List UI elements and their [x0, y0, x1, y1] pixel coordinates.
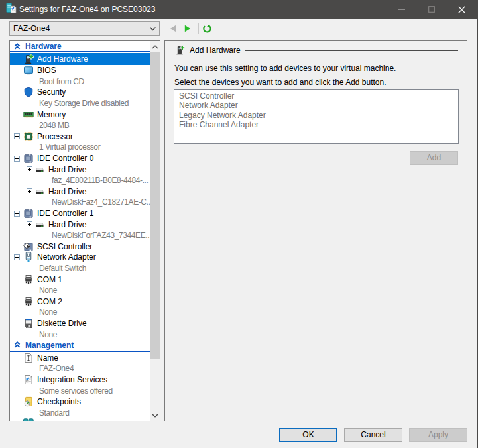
- content-description-1: You can use this setting to add devices …: [174, 64, 396, 73]
- tree-item-network-adapter[interactable]: Network Adapter: [10, 252, 150, 263]
- tree-item-ide-controller-1[interactable]: IDE Controller 1: [10, 208, 150, 219]
- settings-content-panel: Add Hardware You can use this setting to…: [164, 40, 467, 421]
- scroll-up-icon: [152, 45, 158, 49]
- minimize-button[interactable]: [387, 0, 416, 19]
- tree-item-diskette-drive[interactable]: Diskette Drive: [10, 318, 150, 329]
- header-rule: [245, 50, 458, 51]
- expander-minus-icon[interactable]: [14, 211, 20, 217]
- tree-item-name[interactable]: Name: [10, 352, 150, 363]
- expander-plus-icon[interactable]: [27, 221, 32, 227]
- tree-item-sublabel: NewDiskForFAZ43_7344EE...: [10, 230, 150, 241]
- tree-item-ide-controller-0[interactable]: IDE Controller 0: [10, 153, 150, 164]
- tree-item-bios[interactable]: BIOS: [10, 65, 150, 76]
- expander-minus-icon[interactable]: [14, 156, 20, 162]
- tree-scrollbar[interactable]: [150, 41, 160, 421]
- maximize-button[interactable]: [416, 0, 446, 19]
- settings-nav-panel: HardwareAdd HardwareBIOSBoot from CDSecu…: [9, 40, 160, 421]
- tree-item-label: Checkpoints: [37, 397, 81, 406]
- tree-section-hardware[interactable]: Hardware: [10, 41, 150, 52]
- vm-selector-value: FAZ-One4: [10, 24, 50, 33]
- tree-item-label: Name: [37, 353, 58, 363]
- tree-item-memory[interactable]: Memory: [10, 109, 150, 120]
- tree-item-add-hardware[interactable]: Add Hardware: [10, 53, 150, 65]
- scroll-up-button[interactable]: [150, 41, 160, 52]
- smart-paging-icon: [23, 418, 34, 421]
- tree-item-sublabel-text: NewDiskFaz4_C18271AE-C...: [52, 197, 150, 207]
- tree-item-label: Hard Drive: [48, 220, 86, 229]
- device-option-legacy-network-adapter[interactable]: Legacy Network Adapter: [174, 111, 458, 120]
- navigate-back-icon[interactable]: [170, 25, 176, 32]
- tree-item-smart-paging[interactable]: [10, 418, 150, 421]
- tree-item-hard-drive[interactable]: Hard Drive: [10, 164, 150, 175]
- tree-item-label: BIOS: [37, 66, 56, 75]
- tree-item-sublabel: 1 Virtual processor: [10, 142, 150, 153]
- tree-item-scsi-controller[interactable]: SCSI Controller: [10, 241, 150, 252]
- app-icon: [6, 3, 17, 13]
- device-option-network-adapter[interactable]: Network Adapter: [174, 101, 458, 110]
- tree-item-label: COM 2: [37, 297, 62, 306]
- tree-item-label: Diskette Drive: [37, 319, 87, 328]
- tree-item-sublabel-text: None: [39, 330, 57, 339]
- tree-item-label: Hard Drive: [48, 187, 86, 196]
- tree-item-com-1[interactable]: COM 1: [10, 274, 150, 285]
- scrollbar-thumb[interactable]: [150, 52, 160, 359]
- settings-window: Settings for FAZ-One4 on PCSE03023 FAZ-O…: [0, 0, 478, 448]
- tree-item-sublabel-text: Boot from CD: [39, 77, 84, 86]
- tree-item-sublabel: FAZ-One4: [10, 363, 150, 374]
- tree-section-management[interactable]: Management: [10, 340, 150, 353]
- tree-item-sublabel-text: None: [39, 308, 57, 317]
- hard-drive-icon: [34, 186, 45, 197]
- tree-item-sublabel: NewDiskFaz4_C18271AE-C...: [10, 197, 150, 208]
- checkpoints-icon: [23, 396, 34, 407]
- tree-item-label: Processor: [37, 132, 73, 141]
- tree-item-label: IDE Controller 0: [37, 154, 93, 163]
- tree-item-sublabel: Key Storage Drive disabled: [10, 98, 150, 109]
- close-icon: [458, 6, 465, 13]
- add-hardware-icon: [23, 54, 34, 64]
- tree-item-hard-drive[interactable]: Hard Drive: [10, 186, 150, 197]
- add-button[interactable]: Add: [410, 151, 458, 165]
- tree-item-hard-drive[interactable]: Hard Drive: [10, 219, 150, 230]
- com-port-icon: [23, 296, 34, 307]
- expander-plus-icon[interactable]: [27, 188, 32, 194]
- scroll-down-icon: [152, 414, 158, 418]
- hard-drive-icon: [34, 219, 45, 230]
- integration-services-icon: [23, 374, 34, 385]
- device-option-scsi-controller[interactable]: SCSI Controller: [174, 91, 458, 101]
- toolbar-separator: [198, 23, 199, 34]
- tree-item-com-2[interactable]: COM 2: [10, 296, 150, 307]
- chevron-down-icon: [149, 25, 156, 32]
- scroll-down-button[interactable]: [150, 410, 160, 421]
- navigate-forward-icon[interactable]: [184, 25, 191, 32]
- ide-controller-icon: [23, 153, 34, 164]
- content-title: Add Hardware: [190, 46, 241, 55]
- tree-item-sublabel: None: [10, 285, 150, 296]
- add-hardware-icon: [175, 45, 185, 55]
- ok-button[interactable]: OK: [279, 428, 337, 442]
- tree-item-processor[interactable]: Processor: [10, 131, 150, 142]
- expander-plus-icon[interactable]: [14, 133, 20, 139]
- apply-button[interactable]: Apply: [409, 428, 467, 442]
- scsi-controller-icon: [23, 241, 34, 252]
- cancel-button[interactable]: Cancel: [344, 428, 402, 442]
- tree-item-security[interactable]: Security: [10, 87, 150, 98]
- tree-item-label: SCSI Controller: [37, 242, 92, 251]
- tree-item-checkpoints[interactable]: Checkpoints: [10, 396, 150, 408]
- tree-item-label: Network Adapter: [37, 252, 96, 262]
- tree-item-sublabel-text: 2048 MB: [39, 121, 69, 130]
- close-button[interactable]: [447, 0, 477, 19]
- device-listbox[interactable]: SCSI ControllerNetwork AdapterLegacy Net…: [174, 89, 459, 144]
- tree-item-integration-services[interactable]: Integration Services: [10, 374, 150, 386]
- device-option-fibre-channel-adapter[interactable]: Fibre Channel Adapter: [174, 120, 458, 129]
- titlebar: Settings for FAZ-One4 on PCSE03023: [0, 0, 478, 19]
- expander-plus-icon[interactable]: [14, 254, 20, 260]
- tree-item-sublabel-text: Standard: [39, 408, 70, 418]
- expander-plus-icon[interactable]: [27, 166, 32, 172]
- minimize-icon: [398, 9, 405, 10]
- refresh-icon[interactable]: [202, 24, 212, 34]
- vm-selector-combobox[interactable]: FAZ-One4: [9, 21, 160, 36]
- processor-icon: [23, 131, 34, 142]
- window-title: Settings for FAZ-One4 on PCSE03023: [19, 0, 155, 19]
- tree-item-label: Security: [37, 87, 66, 97]
- tree-item-sublabel-text: None: [39, 286, 57, 295]
